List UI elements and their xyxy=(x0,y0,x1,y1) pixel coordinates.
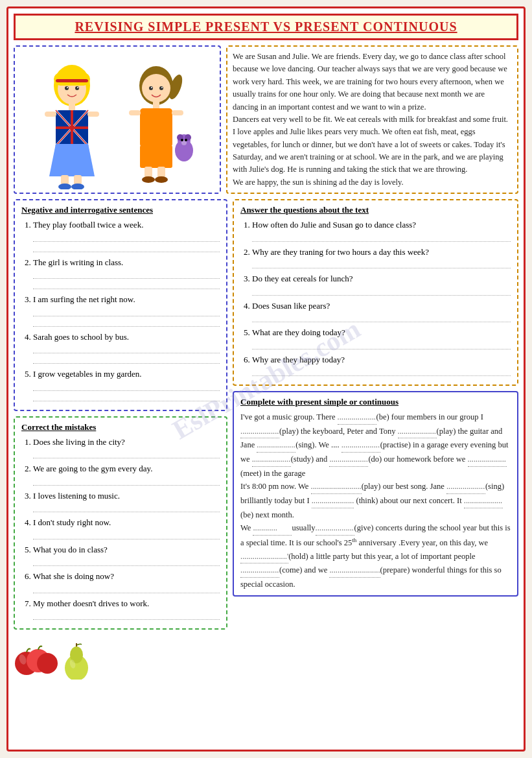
answer-line xyxy=(33,355,220,364)
blank: ................... xyxy=(329,453,368,467)
svg-point-23 xyxy=(58,184,71,189)
svg-marker-20 xyxy=(49,144,95,176)
list-item: I don't study right now. xyxy=(33,516,220,539)
list-item: What are they doing today? xyxy=(252,326,511,349)
list-item: My mother doesn't drives to work. xyxy=(33,597,220,621)
svg-rect-18 xyxy=(45,112,56,117)
blank: ............ xyxy=(253,521,292,536)
list-item: Sarah goes to school by bus. xyxy=(33,331,220,364)
svg-point-30 xyxy=(151,87,152,88)
exercise2-list: Does she living in the city? We are goin… xyxy=(21,436,220,621)
exercise4-box: Complete with present simple or continuo… xyxy=(233,391,518,597)
svg-point-31 xyxy=(161,87,163,88)
blank: ................... xyxy=(341,438,380,453)
exercise3-list: How often do Julie and Susan go to dance… xyxy=(240,219,511,376)
answer-line xyxy=(33,557,220,566)
exercise1-list: They play football twice a week. The gir… xyxy=(21,219,220,401)
exercise2-title: Correct the mistakes xyxy=(21,422,220,432)
list-item: I grow vegetables in my garden. xyxy=(33,368,220,401)
svg-point-24 xyxy=(71,184,84,189)
answer-line xyxy=(33,477,220,486)
girl1-svg xyxy=(33,60,111,189)
girls-illustration xyxy=(14,45,221,194)
svg-point-6 xyxy=(67,87,68,88)
list-item: Does Susan like pears? xyxy=(252,300,511,323)
answer-line xyxy=(33,344,220,353)
blank: ..................... xyxy=(312,494,354,508)
list-item: Why are they traning for two hours a day… xyxy=(252,246,511,269)
svg-point-7 xyxy=(77,87,78,88)
blank: ......................... xyxy=(329,563,380,578)
svg-point-46 xyxy=(181,139,183,141)
page-title: REVISING SIMPLE PRESENT VS PRESENT CONTI… xyxy=(75,19,457,34)
answer-line xyxy=(33,392,220,401)
list-item: They play football twice a week. xyxy=(33,219,220,252)
answer-line xyxy=(33,233,220,242)
answer-line xyxy=(33,243,220,252)
answer-line xyxy=(252,313,511,322)
answer-line xyxy=(252,367,511,376)
exercise1-box: Negative and interrogative sentences The… xyxy=(14,199,227,411)
top-section: We are Susan and Julie. We are friends. … xyxy=(14,45,518,194)
answer-line xyxy=(252,259,511,268)
reading-passage: We are Susan and Julie. We are friends. … xyxy=(226,45,518,194)
pear-svg xyxy=(62,641,91,680)
right-column: Answer the questions about the text How … xyxy=(233,199,518,681)
list-item: Do they eat cereals for lunch? xyxy=(252,272,511,296)
blank: ................... xyxy=(240,563,279,578)
blank: ................... xyxy=(468,453,507,467)
exercise4-title: Complete with present simple or continuo… xyxy=(240,397,511,407)
svg-rect-3 xyxy=(56,79,88,82)
apples-svg xyxy=(14,643,59,678)
svg-point-28 xyxy=(149,86,153,90)
answer-line xyxy=(33,449,220,458)
blank: ................... xyxy=(338,410,376,425)
answer-line xyxy=(33,584,220,593)
girl2-svg xyxy=(117,60,202,189)
answer-line xyxy=(33,503,220,512)
blank: ................... xyxy=(398,425,437,439)
list-item: Does she living in the city? xyxy=(33,436,220,459)
answer-line xyxy=(33,611,220,620)
svg-point-5 xyxy=(75,86,79,90)
exercise2-box: Correct the mistakes Does she living in … xyxy=(14,416,227,630)
svg-rect-34 xyxy=(129,110,141,115)
list-item: We are going to the gym every day. xyxy=(33,462,220,486)
svg-point-47 xyxy=(185,139,187,141)
answer-line xyxy=(252,233,511,242)
list-item: The girl is writing in class. xyxy=(33,256,220,290)
list-item: What you do in class? xyxy=(33,543,220,567)
answer-line xyxy=(33,382,220,391)
svg-point-29 xyxy=(159,86,163,90)
list-item: I am surfing the net right now. xyxy=(33,293,220,327)
exercise1-title: Negative and interrogative sentences xyxy=(21,205,220,215)
bottom-section: Negative and interrogative sentences The… xyxy=(14,199,518,681)
left-column: Negative and interrogative sentences The… xyxy=(14,199,227,681)
svg-point-50 xyxy=(37,653,58,674)
reading-text: We are Susan and Julie. We are friends. … xyxy=(233,52,508,187)
answer-line xyxy=(33,318,220,327)
svg-rect-19 xyxy=(87,112,99,117)
blank: ................... xyxy=(464,494,503,508)
svg-rect-36 xyxy=(140,145,172,168)
blank: ......................... xyxy=(311,480,362,494)
answer-line xyxy=(33,307,220,316)
answer-line xyxy=(33,280,220,289)
list-item: Why are they happy today? xyxy=(252,353,511,377)
svg-rect-33 xyxy=(140,108,172,147)
blank: .......................' xyxy=(240,550,288,564)
title-box: REVISING SIMPLE PRESENT VS PRESENT CONTI… xyxy=(14,14,518,40)
exercise3-box: Answer the questions about the text How … xyxy=(233,199,518,386)
svg-point-39 xyxy=(142,176,155,183)
blank: ................... xyxy=(316,521,354,536)
fruit-illustrations xyxy=(14,639,227,681)
svg-point-27 xyxy=(142,74,170,102)
list-item: What she is doing now? xyxy=(33,570,220,593)
answer-line xyxy=(33,530,220,539)
answer-line xyxy=(33,270,220,279)
blank: ................... xyxy=(257,438,295,453)
blank: ................... xyxy=(240,425,279,439)
list-item: How often do Julie and Susan go to dance… xyxy=(252,219,511,242)
answer-line xyxy=(252,340,511,349)
blank: ................... xyxy=(446,480,485,494)
